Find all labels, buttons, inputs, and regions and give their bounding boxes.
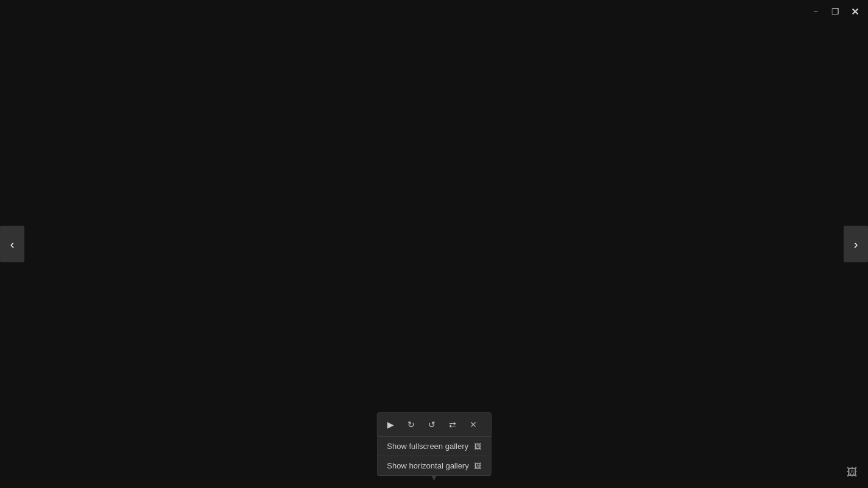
dropdown-arrow: ▼ — [429, 472, 439, 483]
window-controls: − ❐ ✕ — [807, 5, 863, 18]
toolbar-popup: ▶ ↻ ↺ ⇄ ✕ Show fullscreen gallery 🖼 Show… — [376, 412, 491, 476]
main-viewer: − ❐ ✕ ‹ › ▶ ↻ ↺ ⇄ ✕ Show fullscreen gall… — [0, 0, 868, 488]
restore-button[interactable]: ❐ — [827, 5, 844, 18]
fullscreen-gallery-label: Show fullscreen gallery — [387, 442, 468, 451]
next-nav-button[interactable]: › — [844, 226, 868, 262]
toolbar-icons-row: ▶ ↻ ↺ ⇄ ✕ — [376, 412, 491, 437]
sidebar-toggle-button[interactable]: ▶ — [381, 415, 400, 434]
gallery-bottom-right-button[interactable]: 🖼 — [841, 461, 863, 483]
prev-nav-button[interactable]: ‹ — [0, 226, 24, 262]
gallery-bottom-right-icon: 🖼 — [847, 466, 858, 479]
fullscreen-gallery-icon: 🖼 — [474, 442, 481, 451]
horizontal-gallery-icon: 🖼 — [474, 462, 481, 470]
close-toolbar-button[interactable]: ✕ — [464, 415, 483, 434]
flip-button[interactable]: ⇄ — [443, 415, 462, 434]
close-button[interactable]: ✕ — [846, 5, 863, 18]
toolbar-menu: Show fullscreen gallery 🖼 Show horizonta… — [376, 437, 491, 476]
horizontal-gallery-label: Show horizontal gallery — [387, 461, 468, 470]
show-fullscreen-gallery-button[interactable]: Show fullscreen gallery 🖼 — [377, 437, 490, 456]
rotate-cw-button[interactable]: ↻ — [401, 415, 421, 434]
minimize-button[interactable]: − — [807, 5, 824, 18]
rotate-ccw-button[interactable]: ↺ — [422, 415, 442, 434]
